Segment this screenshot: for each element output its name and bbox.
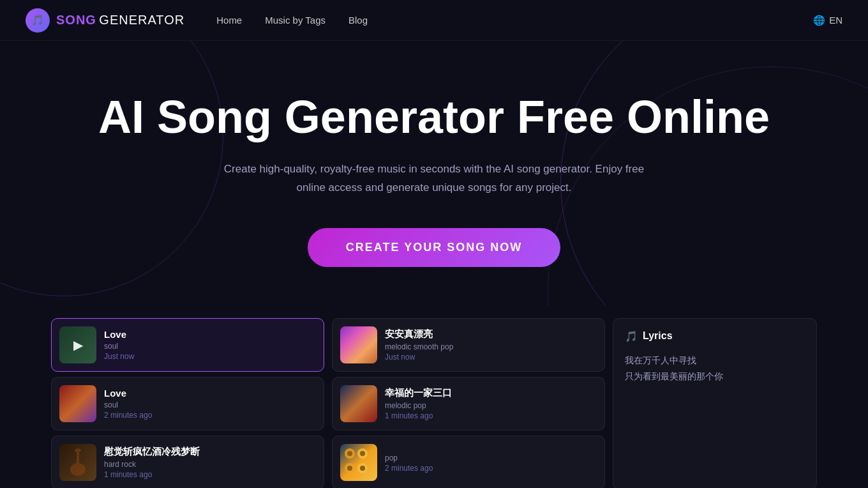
song-genre: pop <box>385 454 597 462</box>
song-thumbnail <box>59 385 96 422</box>
nav-blog[interactable]: Blog <box>348 15 368 26</box>
lyrics-content: 我在万千人中寻找 只为看到最美丽的那个你 <box>625 353 805 385</box>
song-time: Just now <box>385 353 597 362</box>
song-card[interactable]: 慰觉斩疯忆酒冷残梦断 hard rock 1 minutes ago <box>51 436 324 488</box>
lyrics-line-1: 我在万千人中寻找 <box>625 353 805 369</box>
song-time: 1 minutes ago <box>385 411 597 420</box>
nav-music-by-tags[interactable]: Music by Tags <box>265 15 326 26</box>
logo-generator: GENERATOR <box>99 13 184 27</box>
song-info: Love soul 2 minutes ago <box>104 388 316 420</box>
song-info: 幸福的一家三口 melodic pop 1 minutes ago <box>385 387 597 420</box>
logo[interactable]: 🎵 SONG GENERATOR <box>26 8 184 33</box>
song-genre: melodic smooth pop <box>385 342 597 351</box>
song-info: Love soul Just now <box>104 329 316 361</box>
lyrics-icon: 🎵 <box>625 330 638 342</box>
song-thumbnail <box>59 444 96 481</box>
song-title: Love <box>104 388 316 399</box>
song-card[interactable]: 幸福的一家三口 melodic pop 1 minutes ago <box>332 377 605 431</box>
play-icon: ▶ <box>59 326 96 363</box>
svg-point-6 <box>360 451 365 456</box>
song-genre: melodic pop <box>385 401 597 410</box>
song-card[interactable]: ▶ Love soul Just now <box>51 318 324 372</box>
song-column-left: ▶ Love soul Just now Love soul 2 minutes… <box>51 318 324 488</box>
song-time: 2 minutes ago <box>104 411 316 420</box>
language-label: EN <box>829 15 842 26</box>
lyrics-panel: 🎵 Lyrics 我在万千人中寻找 只为看到最美丽的那个你 <box>613 318 817 488</box>
content-section: ▶ Love soul Just now Love soul 2 minutes… <box>0 318 868 488</box>
hero-section: AI Song Generator Free Online Create hig… <box>0 41 868 305</box>
song-column-right: 安安真漂亮 melodic smooth pop Just now 幸福的一家三… <box>332 318 605 488</box>
song-info: pop 2 minutes ago <box>385 452 597 473</box>
song-genre: hard rock <box>104 460 316 469</box>
nav-links: Home Music by Tags Blog <box>216 15 813 26</box>
lyrics-line-2: 只为看到最美丽的那个你 <box>625 369 805 385</box>
svg-rect-1 <box>77 450 79 469</box>
hero-title: AI Song Generator Free Online <box>26 92 842 142</box>
song-card[interactable]: Love soul 2 minutes ago <box>51 377 324 431</box>
svg-point-8 <box>347 466 352 471</box>
svg-point-2 <box>75 448 81 452</box>
song-info: 慰觉斩疯忆酒冷残梦断 hard rock 1 minutes ago <box>104 446 316 479</box>
song-time: 1 minutes ago <box>104 470 316 479</box>
song-title: Love <box>104 329 316 340</box>
song-thumbnail <box>340 326 377 363</box>
svg-point-10 <box>360 466 365 471</box>
song-genre: soul <box>104 400 316 409</box>
song-time: Just now <box>104 352 316 361</box>
navbar: 🎵 SONG GENERATOR Home Music by Tags Blog… <box>0 0 868 41</box>
language-selector[interactable]: 🌐 EN <box>813 15 842 26</box>
cta-button[interactable]: CREATE YOUR SONG NOW <box>308 228 560 267</box>
deco-circle-left <box>0 41 223 296</box>
song-thumbnail <box>340 385 377 422</box>
nav-home[interactable]: Home <box>216 15 242 26</box>
lyrics-title: Lyrics <box>643 330 673 342</box>
lyrics-header: 🎵 Lyrics <box>625 330 805 342</box>
logo-icon: 🎵 <box>26 8 50 33</box>
song-lists: ▶ Love soul Just now Love soul 2 minutes… <box>51 318 605 488</box>
song-thumbnail <box>340 444 377 481</box>
language-icon: 🌐 <box>813 15 825 26</box>
song-info: 安安真漂亮 melodic smooth pop Just now <box>385 328 597 362</box>
song-title: 安安真漂亮 <box>385 328 597 340</box>
hero-subtitle: Create high-quality, royalty-free music … <box>217 160 651 197</box>
song-title: 慰觉斩疯忆酒冷残梦断 <box>104 446 316 458</box>
song-title: 幸福的一家三口 <box>385 387 597 399</box>
logo-song: SONG <box>56 13 96 27</box>
song-genre: soul <box>104 342 316 351</box>
song-card[interactable]: 安安真漂亮 melodic smooth pop Just now <box>332 318 605 372</box>
song-card[interactable]: pop 2 minutes ago <box>332 436 605 488</box>
song-thumbnail: ▶ <box>59 326 96 363</box>
svg-point-4 <box>347 451 352 456</box>
song-time: 2 minutes ago <box>385 464 597 473</box>
